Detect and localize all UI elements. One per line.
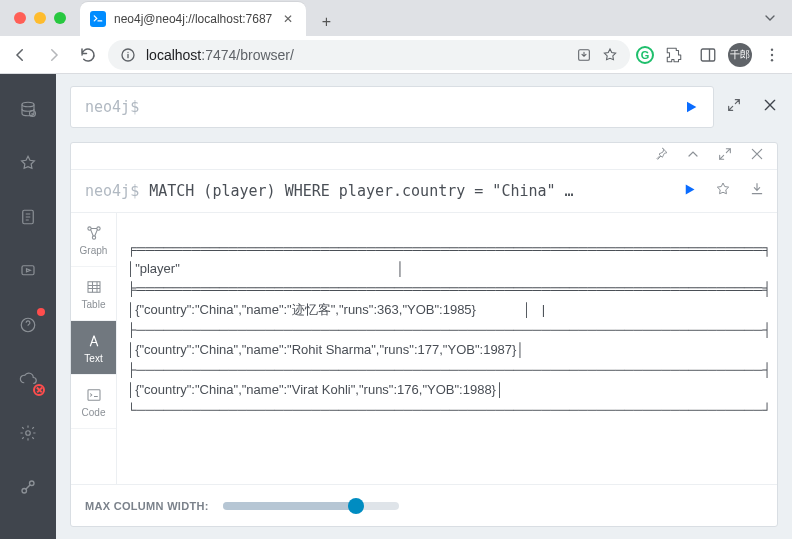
run-query-button[interactable] <box>669 87 713 127</box>
query-editor[interactable]: neo4j$ <box>70 86 714 128</box>
about-neo4j-icon[interactable] <box>15 474 41 500</box>
documents-icon[interactable] <box>15 204 41 230</box>
favorites-icon[interactable] <box>15 150 41 176</box>
result-text-output[interactable]: ╒═══════════════════════════════════════… <box>117 213 777 484</box>
address-bar[interactable]: localhost:7474/browser/ <box>108 40 630 70</box>
svg-point-16 <box>92 235 95 238</box>
mac-close-dot[interactable] <box>14 12 26 24</box>
window-titlebar: neo4j@neo4j://localhost:7687 ✕ + <box>0 0 792 36</box>
svg-rect-9 <box>22 266 34 275</box>
extension-grammarly-icon[interactable]: G <box>636 46 654 64</box>
chevron-down-icon[interactable] <box>762 10 778 30</box>
rerun-button[interactable] <box>682 182 697 201</box>
max-col-label: MAX COLUMN WIDTH: <box>85 500 209 512</box>
result-query-text: MATCH (player) WHERE player.country = "C… <box>149 182 674 200</box>
profile-avatar[interactable]: 千郎 <box>728 43 752 67</box>
max-col-width-slider[interactable] <box>223 502 399 510</box>
close-editor-icon[interactable] <box>762 97 778 117</box>
editor-prompt: neo4j$ <box>71 98 139 116</box>
svg-rect-2 <box>701 49 715 61</box>
mac-window-controls[interactable] <box>14 12 66 24</box>
close-result-icon[interactable] <box>749 146 765 166</box>
result-prompt: neo4j$ <box>85 182 139 200</box>
close-icon[interactable]: ✕ <box>280 12 296 26</box>
app-sidebar <box>0 74 56 539</box>
collapse-icon[interactable] <box>685 146 701 166</box>
nav-forward-button[interactable] <box>40 41 68 69</box>
site-info-icon[interactable] <box>120 47 136 63</box>
browser-tab[interactable]: neo4j@neo4j://localhost:7687 ✕ <box>80 2 306 36</box>
svg-rect-17 <box>88 281 100 292</box>
result-footer: MAX COLUMN WIDTH: <box>71 484 777 526</box>
install-icon[interactable] <box>576 47 592 63</box>
nav-back-button[interactable] <box>6 41 34 69</box>
settings-icon[interactable] <box>15 420 41 446</box>
result-view-switcher: Graph Table Text Code <box>71 213 117 484</box>
view-table-button[interactable]: Table <box>71 267 116 321</box>
view-code-button[interactable]: Code <box>71 375 116 429</box>
reload-button[interactable] <box>74 41 102 69</box>
browser-toolbar: localhost:7474/browser/ G 千郎 <box>0 36 792 74</box>
extensions-button[interactable] <box>660 41 688 69</box>
result-query-bar: neo4j$ MATCH (player) WHERE player.count… <box>71 169 777 213</box>
pin-icon[interactable] <box>653 146 669 166</box>
new-tab-button[interactable]: + <box>312 8 340 36</box>
svg-point-5 <box>771 59 773 61</box>
expand-icon[interactable] <box>726 97 742 117</box>
svg-point-11 <box>26 431 31 436</box>
svg-point-4 <box>771 53 773 55</box>
chrome-menu-button[interactable] <box>758 41 786 69</box>
download-icon[interactable] <box>749 181 765 201</box>
view-text-button[interactable]: Text <box>71 321 116 375</box>
fullscreen-icon[interactable] <box>717 146 733 166</box>
guides-icon[interactable] <box>15 258 41 284</box>
svg-point-3 <box>771 48 773 50</box>
svg-rect-18 <box>88 389 100 400</box>
help-icon[interactable] <box>15 312 41 338</box>
cloud-sync-icon[interactable] <box>15 366 41 392</box>
database-icon[interactable] <box>15 96 41 122</box>
mac-minimize-dot[interactable] <box>34 12 46 24</box>
view-graph-button[interactable]: Graph <box>71 213 116 267</box>
mac-zoom-dot[interactable] <box>54 12 66 24</box>
svg-point-6 <box>22 102 34 107</box>
result-frame: neo4j$ MATCH (player) WHERE player.count… <box>70 142 778 527</box>
url-text: localhost:7474/browser/ <box>146 47 294 63</box>
tab-title: neo4j@neo4j://localhost:7687 <box>114 12 272 26</box>
favorite-result-icon[interactable] <box>715 181 731 201</box>
terminal-icon <box>90 11 106 27</box>
side-panel-button[interactable] <box>694 41 722 69</box>
bookmark-star-icon[interactable] <box>602 47 618 63</box>
